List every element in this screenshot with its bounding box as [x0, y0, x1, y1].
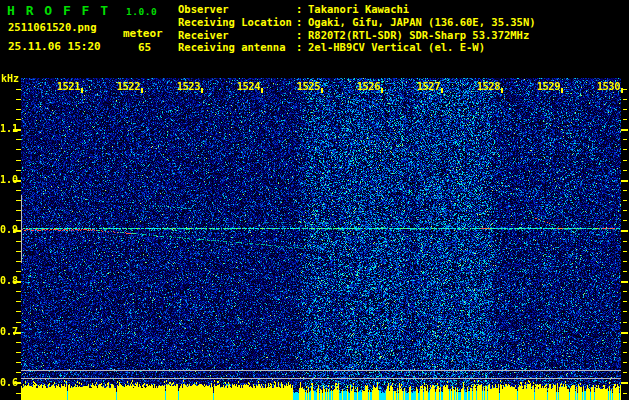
info-row-receiver: Receiver:R820T2(RTL-SDR) SDR-Sharp 53.37…	[178, 29, 536, 42]
app-version: 1.0.0	[126, 6, 157, 17]
capture-datetime: 25.11.06 15:20	[8, 40, 101, 53]
freq-label-0-9: 0.9	[0, 224, 12, 235]
info-label: Receiver	[178, 29, 296, 42]
freq-label-0-6: 0.6	[0, 377, 12, 388]
info-colon: :	[296, 16, 308, 29]
app-title: H R O F F T	[7, 3, 110, 18]
info-label: Receiving antenna	[178, 41, 296, 54]
info-colon: :	[296, 29, 308, 42]
time-label-1529: 1529	[532, 80, 560, 92]
time-label-1524: 1524	[232, 80, 260, 92]
info-value: Takanori Kawachi	[308, 3, 409, 16]
info-row-observer: Observer:Takanori Kawachi	[178, 3, 536, 16]
capture-filename: 2511061520.png	[8, 21, 97, 33]
time-label-1530: 1530	[592, 80, 620, 92]
freq-label-1-1: 1.1	[0, 123, 12, 134]
info-label: Observer	[178, 3, 296, 16]
info-value: Ogaki, Gifu, JAPAN (136.60E, 35.35N)	[308, 16, 536, 29]
hrofft-screen: H R O F F T 1.0.0 2511061520.png meteor …	[0, 0, 629, 400]
freq-label-0-7: 0.7	[0, 326, 12, 337]
freq-axis-unit: kHz	[1, 73, 19, 84]
time-label-1521: 1521	[52, 80, 80, 92]
info-row-antenna: Receiving antenna:2el-HB9CV Vertical (el…	[178, 41, 536, 54]
freq-label-0-8: 0.8	[0, 275, 12, 286]
time-label-1523: 1523	[172, 80, 200, 92]
info-label: Receiving Location	[178, 16, 296, 29]
info-colon: :	[296, 3, 308, 16]
time-label-1525: 1525	[292, 80, 320, 92]
info-value: 2el-HB9CV Vertical (el. E-W)	[308, 41, 485, 54]
station-info: Observer:Takanori Kawachi Receiving Loca…	[178, 3, 536, 54]
time-label-1527: 1527	[412, 80, 440, 92]
echo-count: 65	[138, 41, 151, 54]
time-label-1526: 1526	[352, 80, 380, 92]
time-label-1528: 1528	[472, 80, 500, 92]
spectrogram-display	[0, 78, 629, 400]
freq-label-1-0: 1.0	[0, 174, 12, 185]
info-colon: :	[296, 41, 308, 54]
observation-mode: meteor	[123, 27, 163, 40]
info-value: R820T2(RTL-SDR) SDR-Sharp 53.372MHz	[308, 29, 529, 42]
info-row-location: Receiving Location:Ogaki, Gifu, JAPAN (1…	[178, 16, 536, 29]
time-label-1522: 1522	[112, 80, 140, 92]
